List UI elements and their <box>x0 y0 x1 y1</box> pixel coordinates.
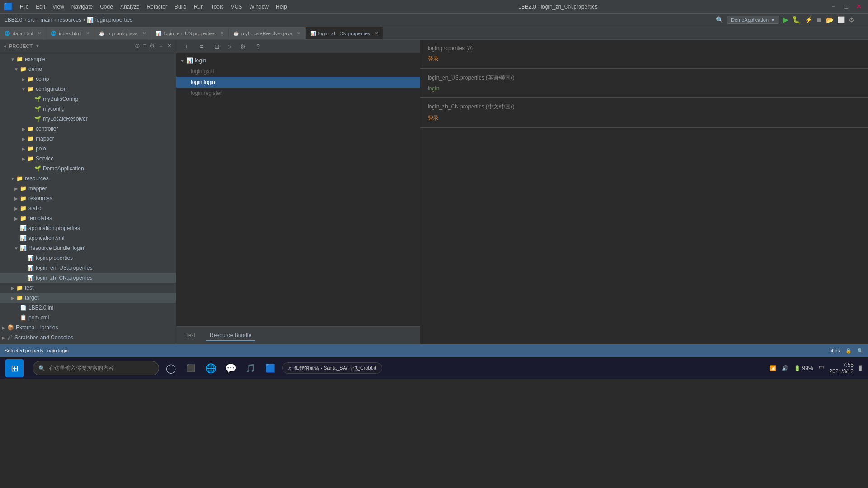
sidebar-title-arrow[interactable]: ▼ <box>35 43 40 48</box>
tree-item-pojo[interactable]: 📁 pojo <box>0 144 176 154</box>
tab-login-en-us[interactable]: 📊 login_en_US.properties ✕ <box>151 27 229 39</box>
tree-item-controller[interactable]: 📁 controller <box>0 124 176 134</box>
run-button[interactable]: ▶ <box>783 15 788 24</box>
tree-item-mylocaleresolver[interactable]: 🌱 myLocaleResolver <box>0 114 176 124</box>
maximize-button[interactable]: □ <box>842 3 851 11</box>
tab-myconfig-java[interactable]: ☕ myconfig.java ✕ <box>94 27 151 39</box>
tree-item-mapper-sub[interactable]: 📁 mapper <box>0 183 176 193</box>
tree-item-demo[interactable]: 📁 demo <box>0 64 176 74</box>
tree-item-example[interactable]: 📁 example <box>0 54 176 64</box>
tab-close-myconfig-java[interactable]: ✕ <box>142 31 146 36</box>
menu-refactor[interactable]: Refactor <box>145 3 169 11</box>
tree-item-configuration[interactable]: 📁 configuration <box>0 84 176 94</box>
menu-run[interactable]: Run <box>192 3 206 11</box>
nav-layout-button[interactable]: ⊞ <box>211 40 223 53</box>
breadcrumb-project[interactable]: LBB2.0 <box>5 17 22 23</box>
tree-item-pom-xml[interactable]: 📋 pom.xml <box>0 313 176 323</box>
tree-item-static[interactable]: 📁 static <box>0 203 176 213</box>
tree-item-comp[interactable]: 📁 comp <box>0 74 176 84</box>
tree-item-resource-bundle[interactable]: 📊 Resource Bundle 'login' <box>0 243 176 253</box>
taskbar-music-info[interactable]: ♫ 狐狸的童话 - Santa_SA/马也_Crabbit <box>282 362 382 374</box>
tree-item-application-yml[interactable]: 📊 application.yml <box>0 233 176 243</box>
sidebar-expand-icon[interactable]: ◂ <box>4 43 6 49</box>
taskbar-icon-netease[interactable]: 🎵 <box>242 360 259 376</box>
tab-text[interactable]: Text <box>182 330 199 341</box>
collapse-all-icon[interactable]: ≡ <box>143 42 146 50</box>
close-button[interactable]: ✕ <box>854 3 864 11</box>
breadcrumb-src[interactable]: src <box>28 17 35 23</box>
tree-item-login-zh-cn[interactable]: 📊 login_zh_CN.properties <box>0 273 176 283</box>
tab-data-html[interactable]: 🌐 data.html ✕ <box>0 27 46 39</box>
tree-item-resources-sub[interactable]: 📁 resources <box>0 193 176 203</box>
debug-button[interactable]: 🐛 <box>792 15 801 24</box>
search-everywhere-icon[interactable]: 🔍 <box>716 16 723 23</box>
run-toolbar-icon1[interactable]: 📂 <box>826 16 834 23</box>
nav-help-button[interactable]: ? <box>252 40 264 53</box>
tree-item-templates[interactable]: 📁 templates <box>0 213 176 223</box>
tree-item-scratches[interactable]: 🖊 Scratches and Consoles <box>0 333 176 343</box>
menu-build[interactable]: Build <box>173 3 189 11</box>
taskbar-volume-icon[interactable]: 🔊 <box>782 365 788 371</box>
tree-item-login-en-us[interactable]: 📊 login_en_US.properties <box>0 263 176 273</box>
start-button[interactable]: ⊞ <box>5 359 24 377</box>
breadcrumb-file[interactable]: 📊login.properties <box>87 17 132 23</box>
taskbar-icon-taskview[interactable]: ⬛ <box>183 360 199 376</box>
menu-analyze[interactable]: Analyze <box>118 3 142 11</box>
run-toolbar-icon3[interactable]: ⚙ <box>849 16 854 23</box>
menu-vcs[interactable]: VCS <box>229 3 244 11</box>
tree-item-test[interactable]: 📁 test <box>0 283 176 293</box>
breadcrumb-main[interactable]: main <box>40 17 52 23</box>
nav-add-button[interactable]: + <box>180 40 193 53</box>
tree-item-mapper[interactable]: 📁 mapper <box>0 134 176 144</box>
tab-close-index-html[interactable]: ✕ <box>86 31 90 36</box>
run-config-dropdown[interactable]: DemoApplication ▼ <box>727 16 779 24</box>
menu-edit[interactable]: Edit <box>34 3 47 11</box>
show-desktop-icon[interactable]: ▊ <box>859 366 863 371</box>
tree-item-mybatisconfig[interactable]: 🌱 myBatisConfig <box>0 94 176 104</box>
stop-button[interactable]: ⏹ <box>816 16 822 23</box>
taskbar-network-icon[interactable]: 📶 <box>769 365 776 371</box>
tab-resource-bundle[interactable]: Resource Bundle <box>206 330 255 341</box>
tab-close-login-zh-cn[interactable]: ✕ <box>375 31 378 36</box>
tree-item-lbb2-iml[interactable]: 📄 LBB2.0.iml <box>0 303 176 313</box>
taskbar-icon-wechat[interactable]: 💬 <box>222 360 239 376</box>
tree-item-external-libs[interactable]: 📦 External Libraries <box>0 323 176 333</box>
tab-close-mylocale-resolver[interactable]: ✕ <box>297 31 301 36</box>
run-toolbar-icon2[interactable]: ⬜ <box>837 16 845 23</box>
tree-item-myconfig[interactable]: 🌱 myconfig <box>0 104 176 114</box>
nav-root-login[interactable]: ▼ 📊 login <box>176 55 420 66</box>
breadcrumb-resources[interactable]: resources <box>57 17 81 23</box>
menu-file[interactable]: File <box>18 3 30 11</box>
nav-item-login-login[interactable]: login.login <box>176 77 420 88</box>
minimize-button[interactable]: － <box>827 3 839 11</box>
tab-close-data-html[interactable]: ✕ <box>38 31 41 36</box>
menu-view[interactable]: View <box>51 3 66 11</box>
tree-item-resources[interactable]: 📁 resources <box>0 174 176 183</box>
menu-help[interactable]: Help <box>274 3 289 11</box>
taskbar-language[interactable]: 中 <box>819 364 824 372</box>
taskbar-icon-intellij[interactable]: 🟦 <box>262 360 278 376</box>
sidebar-settings-icon[interactable]: ⚙ <box>149 42 155 50</box>
menu-navigate[interactable]: Navigate <box>70 3 94 11</box>
tree-item-target[interactable]: 📁 target <box>0 293 176 303</box>
tab-login-zh-cn[interactable]: 📊 login_zh_CN.properties ✕ <box>306 27 383 39</box>
tree-item-demoapplication[interactable]: 🌱 DemoApplication <box>0 164 176 174</box>
taskbar-icon-cortana[interactable]: ◯ <box>163 360 179 376</box>
tab-mylocale-resolver[interactable]: ☕ myLocaleResolver.java ✕ <box>229 27 306 39</box>
tree-item-application-properties[interactable]: 📊 application.properties <box>0 223 176 233</box>
nav-item-login-gstd[interactable]: login.gstd <box>176 66 420 77</box>
menu-window[interactable]: Window <box>247 3 270 11</box>
status-search-icon[interactable]: 🔍 <box>857 348 863 354</box>
sync-files-icon[interactable]: ⊕ <box>135 42 140 50</box>
tab-index-html[interactable]: 🌐 index.html ✕ <box>46 27 94 39</box>
menu-tools[interactable]: Tools <box>209 3 226 11</box>
nav-item-login-register[interactable]: login.register <box>176 88 420 99</box>
nav-sort-button[interactable]: ≡ <box>195 40 208 53</box>
tree-item-service[interactable]: 📁 Service <box>0 154 176 164</box>
minimize-sidebar-icon[interactable]: － <box>158 42 164 50</box>
taskbar-search[interactable]: 🔍 在这里输入你要搜索的内容 <box>33 361 159 375</box>
taskbar-icon-chrome[interactable]: 🌐 <box>203 360 219 376</box>
menu-code[interactable]: Code <box>98 3 115 11</box>
tab-close-login-en-us[interactable]: ✕ <box>220 31 224 36</box>
close-sidebar-icon[interactable]: ✕ <box>167 42 172 50</box>
